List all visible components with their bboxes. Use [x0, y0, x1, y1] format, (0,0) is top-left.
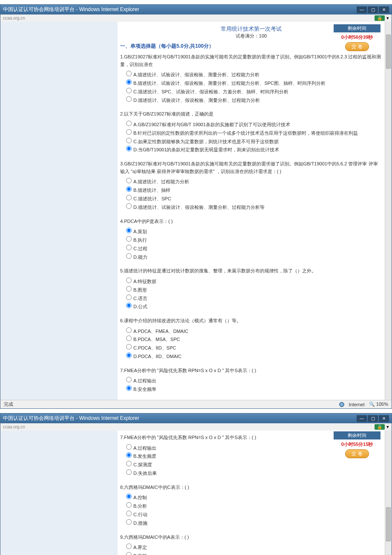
window-controls: — ▢ ✕ [357, 6, 389, 13]
option-d[interactable]: D.能力 [126, 253, 382, 262]
option-b[interactable]: B.分析 [126, 502, 382, 511]
option-d[interactable]: D.失效后果 [126, 469, 382, 478]
globe-icon [339, 402, 344, 407]
option-c[interactable]: C.行动 [126, 511, 382, 519]
status-bar: 完成 Internet 🔍 105% [0, 400, 392, 408]
option-b[interactable]: B.针对已识别的定性数据的需求所列出的一个或多个统计技术适当应用于这些数据时，将… [126, 129, 382, 138]
option-d[interactable]: D.PDCA、8D、DMAIC [126, 353, 382, 361]
question-text: 2.以下关于GB/Z19027标准的描述，正确的是 [120, 110, 382, 118]
option-a[interactable]: A.界定 [126, 543, 382, 552]
vertical-scrollbar[interactable] [385, 22, 392, 400]
url-text: ccaa.org.cn [3, 425, 25, 429]
zoom-text[interactable]: 🔍 105% [369, 402, 388, 407]
close-button[interactable]: ✕ [379, 6, 389, 13]
page-menu-icon[interactable]: ▾ [386, 15, 389, 21]
question-3: 3.GB/Z19027标准对与GB/T19001条款的实施可能有关的定量数据的需… [120, 159, 382, 216]
page-menu-icon[interactable]: ▾ [386, 424, 389, 430]
content-area: 剩余时间 0小时55分15秒 交 卷 7.FMEA分析中的 "风险优先系数 RP… [0, 431, 392, 555]
option-d[interactable]: D.当GB/T19001的条款对定量数据无明显需求时，则未识别出统计技术 [126, 146, 382, 154]
option-a[interactable]: A.特征数据 [126, 278, 382, 286]
question-8: 8.六西格玛DMAIC中的C表示：( ) A.控制 B.分析 C.行动 D.措施 [120, 482, 382, 532]
option-a[interactable]: A.GB/Z19027标准对与GB/T 19001条款的实施都了识别了可以使用统… [126, 121, 382, 129]
main-content: 剩余时间 0小时55分15秒 交 卷 7.FMEA分析中的 "风险优先系数 RP… [118, 431, 385, 555]
question-9: 9.六西格玛DMAIC中的A表示：( ) A.界定 B.实施 C.处理 D.分析 [120, 532, 382, 555]
window-title: 中国认证认可协会网络培训平台 - Windows Internet Explor… [3, 6, 139, 13]
question-text: 8.六西格玛DMAIC中的C表示：( ) [120, 484, 382, 491]
left-margin [0, 431, 118, 555]
option-d[interactable]: D.措施 [126, 519, 382, 528]
titlebar: 中国认证认可协会网络培训平台 - Windows Internet Explor… [0, 5, 392, 14]
submit-button[interactable]: 交 卷 [345, 42, 369, 51]
question-text: 1.GB/Z19027标准对与GB/T19001条款的实施可能有关的定量数据的需… [120, 53, 382, 68]
left-margin [0, 22, 118, 400]
question-text: 7.FMEA分析中的 "风险优先系数 RPN=S x O x D " 其中S表示… [120, 367, 382, 375]
browser-window-2: 中国认证认可协会网络培训平台 - Windows Internet Explor… [0, 413, 392, 555]
option-c[interactable]: C.描述统计、SPC [126, 195, 382, 203]
minimize-button[interactable]: — [357, 415, 367, 422]
option-b[interactable]: B.描述统计、抽样 [126, 186, 382, 195]
content-area: 剩余时间 0小时56分39秒 交 卷 常用统计技术第一次考试 试卷满分：100 … [0, 22, 392, 400]
option-a[interactable]: A.控制 [126, 494, 382, 502]
url-text: ccaa.org.cn [3, 16, 25, 20]
zone-text: Internet [349, 402, 364, 407]
security-badge[interactable]: 🔒 [375, 15, 385, 21]
option-a[interactable]: A.描述统计、过程能力分析 [126, 178, 382, 186]
option-d[interactable]: D.公式 [126, 303, 382, 311]
option-a[interactable]: A.描述统计、试验设计、假设检验、测量分析、过程能力分析 [126, 71, 382, 79]
status-text: 完成 [4, 401, 13, 408]
window-title: 中国认证认可协会网络培训平台 - Windows Internet Explor… [3, 415, 139, 422]
submit-button[interactable]: 交 卷 [345, 449, 369, 458]
option-c[interactable]: C.语言 [126, 295, 382, 303]
option-d[interactable]: D.描述统计、试验设计、假设检验、测量分析、过程能力分析 [126, 96, 382, 105]
option-c[interactable]: C.如果定性数据能够换为定量数据，则统计技术也是不可用于这些数据 [126, 138, 382, 146]
option-b[interactable]: B.执行 [126, 236, 382, 245]
timer-label: 剩余时间 [334, 431, 380, 439]
option-d[interactable]: D.描述统计、试验设计、假设检验、测量分析、过程能力分析等 [126, 203, 382, 212]
close-button[interactable]: ✕ [379, 415, 389, 422]
question-4: 4.PDCA中的P是表示：( ) A.策划 B.执行 C.过程 D.能力 [120, 216, 382, 266]
question-1: 1.GB/Z19027标准对与GB/T19001条款的实施可能有关的定量数据的需… [120, 52, 382, 109]
question-2: 2.以下关于GB/Z19027标准的描述，正确的是 A.GB/Z19027标准对… [120, 109, 382, 159]
window-controls: — ▢ ✕ [357, 415, 389, 422]
question-text: 3.GB/Z19027标准对与GB/T19001条款的实施可能有关的定量数据的需… [120, 160, 382, 175]
option-b[interactable]: B.描述统计、试验设计、假设检验、测量分析、过程能力分析、SPC图、抽样、时间序… [126, 79, 382, 88]
option-c[interactable]: C.PDCA、8D、SPC [126, 344, 382, 353]
browser-window-1: 中国认证认可协会网络培训平台 - Windows Internet Explor… [0, 4, 392, 409]
option-a[interactable]: A.过程输出 [126, 377, 382, 385]
question-5: 5.描述统计的特征是通过对统计数据的搜集、整理，来展示数据分布的规律性，除了（）… [120, 266, 382, 315]
minimize-button[interactable]: — [357, 6, 367, 13]
question-text: 9.六西格玛DMAIC中的A表示：( ) [120, 534, 382, 541]
option-b[interactable]: B.安全频率 [126, 385, 382, 394]
question-text: 4.PDCA中的P是表示：( ) [120, 218, 382, 225]
option-c[interactable]: C.过程 [126, 245, 382, 253]
timer-label: 剩余时间 [334, 24, 380, 32]
timer-panel: 剩余时间 0小时56分39秒 交 卷 [334, 24, 380, 51]
address-bar: ccaa.org.cn 🔒 ▾ [0, 14, 392, 22]
question-6: 6.课程中介绍的持续改进的方法论（模式）通常有（）等。 A.PDCA、FMEA、… [120, 315, 382, 365]
option-c[interactable]: C.探测度 [126, 461, 382, 469]
maximize-button[interactable]: ▢ [368, 6, 378, 13]
vertical-scrollbar[interactable] [385, 431, 392, 555]
question-text: 5.描述统计的特征是通过对统计数据的搜集、整理，来展示数据分布的规律性，除了（）… [120, 267, 382, 275]
option-a[interactable]: A.PDCA、FMEA、DMAIC [126, 327, 382, 336]
question-text: 6.课程中介绍的持续改进的方法论（模式）通常有（）等。 [120, 317, 382, 325]
security-badge[interactable]: 🔒 [375, 424, 385, 430]
main-content: 剩余时间 0小时56分39秒 交 卷 常用统计技术第一次考试 试卷满分：100 … [118, 22, 385, 400]
option-b[interactable]: B.PDCA、MSA、SPC [126, 335, 382, 344]
address-bar: ccaa.org.cn 🔒 ▾ [0, 423, 392, 431]
timer-panel: 剩余时间 0小时55分15秒 交 卷 [334, 431, 380, 458]
maximize-button[interactable]: ▢ [368, 415, 378, 422]
question-7: 7.FMEA分析中的 "风险优先系数 RPN=S x O x D " 其中S表示… [120, 365, 382, 398]
timer-value: 0小时56分39秒 [334, 32, 380, 42]
timer-value: 0小时55分15秒 [334, 439, 380, 449]
option-b[interactable]: B.图形 [126, 286, 382, 295]
option-c[interactable]: C.描述统计、SPC、试验设计、假设检验、方差分析、抽样、时间序列分析 [126, 88, 382, 96]
option-b[interactable]: B.实施 [126, 552, 382, 555]
titlebar: 中国认证认可协会网络培训平台 - Windows Internet Explor… [0, 413, 392, 423]
option-a[interactable]: A.策划 [126, 228, 382, 236]
